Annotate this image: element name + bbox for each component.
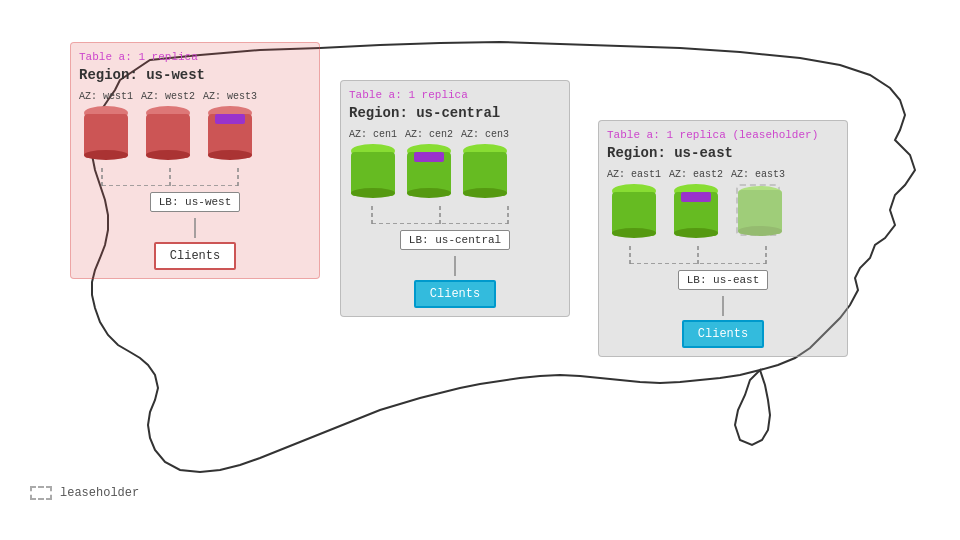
central-az-row: AZ: cen1 AZ: cen2 AZ: cen3 — [349, 129, 561, 196]
central-az3-block: AZ: cen3 — [461, 129, 509, 196]
west-clients-box[interactable]: Clients — [154, 242, 236, 270]
central-clients-box[interactable]: Clients — [414, 280, 496, 308]
west-connectors — [80, 168, 310, 186]
east-az2-cylinder — [674, 184, 718, 236]
west-table-label: Table a: 1 replica — [79, 51, 311, 63]
central-lb-connector — [425, 256, 485, 276]
central-region-name: Region: us-central — [349, 105, 561, 121]
central-lb-label: LB: us-central — [400, 230, 510, 250]
east-leaseholder-indicator — [681, 192, 711, 202]
central-az3-label: AZ: cen3 — [461, 129, 509, 140]
west-clients-center: Clients — [79, 242, 311, 270]
west-leaseholder-indicator — [215, 114, 245, 124]
legend-label: leaseholder — [60, 486, 139, 500]
east-az1-label: AZ: east1 — [607, 169, 661, 180]
east-table-label: Table a: 1 replica (leaseholder) — [607, 129, 839, 141]
east-connectors — [608, 246, 838, 264]
east-region-panel: Table a: 1 replica (leaseholder) Region:… — [598, 120, 848, 357]
central-az2-cylinder — [407, 144, 451, 196]
east-az1-cylinder — [612, 184, 656, 236]
west-az2-cylinder — [146, 106, 190, 158]
west-az3-label: AZ: west3 — [203, 91, 257, 102]
west-az3-block: AZ: west3 — [203, 91, 257, 158]
central-connectors — [350, 206, 560, 224]
west-az-row: AZ: west1 AZ: west2 AZ: west3 — [79, 91, 311, 158]
legend: leaseholder — [30, 486, 139, 500]
central-az1-label: AZ: cen1 — [349, 129, 397, 140]
east-az3-cylinder — [736, 184, 780, 236]
east-clients-box[interactable]: Clients — [682, 320, 764, 348]
central-az2-label: AZ: cen2 — [405, 129, 453, 140]
east-az-row: AZ: east1 AZ: east2 AZ: east3 — [607, 169, 839, 236]
central-clients-center: Clients — [349, 280, 561, 308]
east-lb-label: LB: us-east — [678, 270, 769, 290]
east-lb-connector — [693, 296, 753, 316]
central-lb-center: LB: us-central — [349, 230, 561, 250]
east-az1-block: AZ: east1 — [607, 169, 661, 236]
central-region-panel: Table a: 1 replica Region: us-central AZ… — [340, 80, 570, 317]
west-az1-cylinder — [84, 106, 128, 158]
central-az1-block: AZ: cen1 — [349, 129, 397, 196]
central-table-label: Table a: 1 replica — [349, 89, 561, 101]
west-region-name: Region: us-west — [79, 67, 311, 83]
central-leaseholder-indicator — [414, 152, 444, 162]
central-az2-block: AZ: cen2 — [405, 129, 453, 196]
west-lb-center: LB: us-west — [79, 192, 311, 212]
east-clients-center: Clients — [607, 320, 839, 348]
east-lb-center: LB: us-east — [607, 270, 839, 290]
east-az2-block: AZ: east2 — [669, 169, 723, 236]
west-az2-label: AZ: west2 — [141, 91, 195, 102]
east-az3-label: AZ: east3 — [731, 169, 785, 180]
west-lb-connector — [165, 218, 225, 238]
west-az2-block: AZ: west2 — [141, 91, 195, 158]
central-az3-cylinder — [463, 144, 507, 196]
west-region-panel: Table a: 1 replica Region: us-west AZ: w… — [70, 42, 320, 279]
west-az1-block: AZ: west1 — [79, 91, 133, 158]
west-az1-label: AZ: west1 — [79, 91, 133, 102]
legend-icon — [30, 486, 52, 500]
west-lb-label: LB: us-west — [150, 192, 241, 212]
east-az2-label: AZ: east2 — [669, 169, 723, 180]
east-region-name: Region: us-east — [607, 145, 839, 161]
central-az1-cylinder — [351, 144, 395, 196]
west-az3-cylinder — [208, 106, 252, 158]
east-az3-block: AZ: east3 — [731, 169, 785, 236]
